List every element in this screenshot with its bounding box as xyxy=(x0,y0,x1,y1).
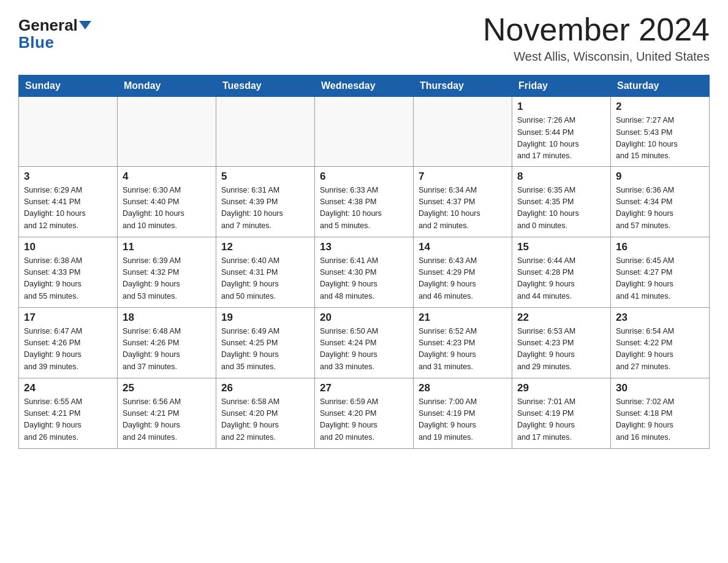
day-number: 23 xyxy=(616,312,704,324)
day-info: Sunrise: 6:40 AMSunset: 4:31 PMDaylight:… xyxy=(221,255,309,303)
day-info: Sunrise: 6:36 AMSunset: 4:34 PMDaylight:… xyxy=(616,185,704,232)
month-title: November 2024 xyxy=(483,12,710,47)
calendar-cell-w4-d1: 17Sunrise: 6:47 AMSunset: 4:26 PMDayligh… xyxy=(19,307,118,378)
day-info: Sunrise: 6:39 AMSunset: 4:32 PMDaylight:… xyxy=(123,255,211,303)
day-info: Sunrise: 6:59 AMSunset: 4:20 PMDaylight:… xyxy=(320,396,408,444)
weekday-header-sunday: Sunday xyxy=(19,75,118,97)
calendar-cell-w1-d1 xyxy=(19,97,118,167)
day-number: 17 xyxy=(24,312,112,324)
day-number: 24 xyxy=(24,382,112,394)
calendar-cell-w4-d2: 18Sunrise: 6:48 AMSunset: 4:26 PMDayligh… xyxy=(118,307,216,378)
day-info: Sunrise: 6:33 AMSunset: 4:38 PMDaylight:… xyxy=(320,185,408,232)
day-number: 12 xyxy=(221,241,309,253)
calendar-cell-w1-d2 xyxy=(118,97,216,167)
calendar-cell-w5-d3: 26Sunrise: 6:58 AMSunset: 4:20 PMDayligh… xyxy=(216,378,315,448)
week-row-3: 10Sunrise: 6:38 AMSunset: 4:33 PMDayligh… xyxy=(19,237,710,307)
calendar-body: 1Sunrise: 7:26 AMSunset: 5:44 PMDaylight… xyxy=(19,97,710,449)
day-number: 14 xyxy=(419,241,507,253)
calendar-cell-w3-d7: 16Sunrise: 6:45 AMSunset: 4:27 PMDayligh… xyxy=(611,237,710,307)
day-number: 30 xyxy=(616,382,704,394)
day-number: 15 xyxy=(517,241,605,253)
day-info: Sunrise: 6:47 AMSunset: 4:26 PMDaylight:… xyxy=(24,326,112,373)
day-number: 3 xyxy=(24,170,112,183)
day-info: Sunrise: 6:41 AMSunset: 4:30 PMDaylight:… xyxy=(320,255,408,303)
weekday-header-row: SundayMondayTuesdayWednesdayThursdayFrid… xyxy=(19,75,710,97)
day-info: Sunrise: 7:26 AMSunset: 5:44 PMDaylight:… xyxy=(517,115,605,163)
week-row-4: 17Sunrise: 6:47 AMSunset: 4:26 PMDayligh… xyxy=(19,307,710,378)
calendar-cell-w1-d6: 1Sunrise: 7:26 AMSunset: 5:44 PMDaylight… xyxy=(512,97,611,167)
calendar-cell-w5-d5: 28Sunrise: 7:00 AMSunset: 4:19 PMDayligh… xyxy=(414,378,512,448)
location-title: West Allis, Wisconsin, United States xyxy=(483,50,710,64)
logo-line2: Blue xyxy=(18,34,54,50)
day-number: 8 xyxy=(517,170,605,183)
day-info: Sunrise: 6:58 AMSunset: 4:20 PMDaylight:… xyxy=(221,396,309,444)
day-number: 13 xyxy=(320,241,408,253)
day-info: Sunrise: 7:00 AMSunset: 4:19 PMDaylight:… xyxy=(419,396,507,444)
calendar-table: SundayMondayTuesdayWednesdayThursdayFrid… xyxy=(18,75,710,449)
week-row-5: 24Sunrise: 6:55 AMSunset: 4:21 PMDayligh… xyxy=(19,378,710,448)
day-number: 25 xyxy=(123,382,211,394)
day-info: Sunrise: 6:52 AMSunset: 4:23 PMDaylight:… xyxy=(419,326,507,373)
day-number: 1 xyxy=(517,101,605,113)
weekday-header-monday: Monday xyxy=(118,75,216,97)
weekday-header-wednesday: Wednesday xyxy=(315,75,414,97)
day-info: Sunrise: 6:49 AMSunset: 4:25 PMDaylight:… xyxy=(221,326,309,373)
day-number: 26 xyxy=(221,382,309,394)
calendar-cell-w4-d3: 19Sunrise: 6:49 AMSunset: 4:25 PMDayligh… xyxy=(216,307,315,378)
day-number: 2 xyxy=(616,101,704,113)
day-info: Sunrise: 6:45 AMSunset: 4:27 PMDaylight:… xyxy=(616,255,704,303)
weekday-header-friday: Friday xyxy=(512,75,611,97)
calendar-cell-w4-d7: 23Sunrise: 6:54 AMSunset: 4:22 PMDayligh… xyxy=(611,307,710,378)
calendar-cell-w5-d2: 25Sunrise: 6:56 AMSunset: 4:21 PMDayligh… xyxy=(118,378,216,448)
day-number: 21 xyxy=(419,312,507,324)
calendar-cell-w2-d4: 6Sunrise: 6:33 AMSunset: 4:38 PMDaylight… xyxy=(315,166,414,237)
day-info: Sunrise: 7:27 AMSunset: 5:43 PMDaylight:… xyxy=(616,115,704,163)
logo-line1: General xyxy=(18,17,91,33)
calendar-cell-w5-d7: 30Sunrise: 7:02 AMSunset: 4:18 PMDayligh… xyxy=(611,378,710,448)
day-number: 16 xyxy=(616,241,704,253)
day-info: Sunrise: 6:55 AMSunset: 4:21 PMDaylight:… xyxy=(24,396,112,444)
calendar-cell-w2-d6: 8Sunrise: 6:35 AMSunset: 4:35 PMDaylight… xyxy=(512,166,611,237)
day-number: 7 xyxy=(419,170,507,183)
day-info: Sunrise: 6:30 AMSunset: 4:40 PMDaylight:… xyxy=(123,185,211,232)
calendar-cell-w3-d5: 14Sunrise: 6:43 AMSunset: 4:29 PMDayligh… xyxy=(414,237,512,307)
page-header: General Blue November 2024 West Allis, W… xyxy=(18,12,710,64)
day-info: Sunrise: 6:29 AMSunset: 4:41 PMDaylight:… xyxy=(24,185,112,232)
day-number: 10 xyxy=(24,241,112,253)
calendar-cell-w3-d6: 15Sunrise: 6:44 AMSunset: 4:28 PMDayligh… xyxy=(512,237,611,307)
calendar-cell-w3-d3: 12Sunrise: 6:40 AMSunset: 4:31 PMDayligh… xyxy=(216,237,315,307)
day-number: 27 xyxy=(320,382,408,394)
week-row-2: 3Sunrise: 6:29 AMSunset: 4:41 PMDaylight… xyxy=(19,166,710,237)
day-number: 18 xyxy=(123,312,211,324)
calendar-cell-w4-d6: 22Sunrise: 6:53 AMSunset: 4:23 PMDayligh… xyxy=(512,307,611,378)
logo: General Blue xyxy=(18,12,91,50)
day-info: Sunrise: 6:34 AMSunset: 4:37 PMDaylight:… xyxy=(419,185,507,232)
calendar-cell-w3-d1: 10Sunrise: 6:38 AMSunset: 4:33 PMDayligh… xyxy=(19,237,118,307)
day-info: Sunrise: 6:53 AMSunset: 4:23 PMDaylight:… xyxy=(517,326,605,373)
day-info: Sunrise: 6:31 AMSunset: 4:39 PMDaylight:… xyxy=(221,185,309,232)
calendar-cell-w2-d2: 4Sunrise: 6:30 AMSunset: 4:40 PMDaylight… xyxy=(118,166,216,237)
day-number: 11 xyxy=(123,241,211,253)
day-number: 5 xyxy=(221,170,309,183)
day-number: 9 xyxy=(616,170,704,183)
day-info: Sunrise: 6:56 AMSunset: 4:21 PMDaylight:… xyxy=(123,396,211,444)
day-info: Sunrise: 7:02 AMSunset: 4:18 PMDaylight:… xyxy=(616,396,704,444)
day-info: Sunrise: 6:50 AMSunset: 4:24 PMDaylight:… xyxy=(320,326,408,373)
calendar-cell-w1-d3 xyxy=(216,97,315,167)
calendar-cell-w5-d1: 24Sunrise: 6:55 AMSunset: 4:21 PMDayligh… xyxy=(19,378,118,448)
calendar-cell-w1-d4 xyxy=(315,97,414,167)
day-number: 28 xyxy=(419,382,507,394)
day-number: 19 xyxy=(221,312,309,324)
weekday-header-tuesday: Tuesday xyxy=(216,75,315,97)
calendar-cell-w4-d5: 21Sunrise: 6:52 AMSunset: 4:23 PMDayligh… xyxy=(414,307,512,378)
day-info: Sunrise: 6:35 AMSunset: 4:35 PMDaylight:… xyxy=(517,185,605,232)
week-row-1: 1Sunrise: 7:26 AMSunset: 5:44 PMDaylight… xyxy=(19,97,710,167)
weekday-header-saturday: Saturday xyxy=(611,75,710,97)
logo-triangle-icon xyxy=(79,21,91,29)
calendar-cell-w1-d7: 2Sunrise: 7:27 AMSunset: 5:43 PMDaylight… xyxy=(611,97,710,167)
calendar-cell-w2-d5: 7Sunrise: 6:34 AMSunset: 4:37 PMDaylight… xyxy=(414,166,512,237)
calendar-cell-w3-d2: 11Sunrise: 6:39 AMSunset: 4:32 PMDayligh… xyxy=(118,237,216,307)
title-area: November 2024 West Allis, Wisconsin, Uni… xyxy=(483,12,710,64)
calendar-cell-w2-d7: 9Sunrise: 6:36 AMSunset: 4:34 PMDaylight… xyxy=(611,166,710,237)
calendar-cell-w2-d1: 3Sunrise: 6:29 AMSunset: 4:41 PMDaylight… xyxy=(19,166,118,237)
